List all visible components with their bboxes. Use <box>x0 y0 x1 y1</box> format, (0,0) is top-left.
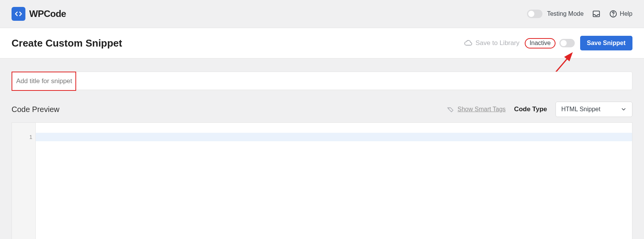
top-header-right: Testing Mode Help <box>527 10 632 18</box>
brand-name: WPCode <box>29 8 66 19</box>
code-slash-icon <box>14 10 23 18</box>
content-area: Add title for snippet Code Preview Show … <box>0 58 644 239</box>
active-line <box>36 133 632 141</box>
status-toggle[interactable] <box>559 39 575 47</box>
snippet-title-row: Add title for snippet <box>12 72 632 90</box>
testing-mode-toggle[interactable] <box>527 10 542 18</box>
preview-header: Code Preview Show Smart Tags Code Type H… <box>12 102 632 117</box>
code-editor[interactable]: 1 <box>12 122 632 239</box>
code-type-select[interactable]: HTML Snippet <box>556 102 632 117</box>
preview-header-right: Show Smart Tags Code Type HTML Snippet <box>447 102 632 117</box>
code-type-selected-value: HTML Snippet <box>561 106 601 113</box>
brand-logo-mark <box>12 7 25 21</box>
cloud-icon <box>464 39 472 47</box>
code-preview-heading: Code Preview <box>12 105 60 114</box>
editor-gutter: 1 <box>12 123 36 239</box>
title-placeholder-text: Add title for snippet <box>16 77 72 85</box>
save-to-library-label: Save to Library <box>475 39 519 47</box>
code-type-label: Code Type <box>514 105 547 113</box>
svg-point-5 <box>449 108 449 109</box>
top-header: WPCode Testing Mode Help <box>0 0 644 28</box>
tags-icon <box>447 105 454 113</box>
show-smart-tags-label: Show Smart Tags <box>457 106 506 113</box>
page-title: Create Custom Snippet <box>12 37 122 49</box>
testing-mode-group: Testing Mode <box>527 10 584 18</box>
snippet-title-input[interactable] <box>12 72 632 90</box>
help-label: Help <box>620 10 632 17</box>
inbox-button[interactable] <box>592 10 601 18</box>
brand-logo[interactable]: WPCode <box>12 7 66 21</box>
chevron-down-icon <box>621 106 627 112</box>
title-highlight-annotation: Add title for snippet <box>12 72 76 91</box>
testing-mode-label: Testing Mode <box>547 10 584 17</box>
editor-code-area[interactable] <box>36 123 632 239</box>
help-button[interactable]: Help <box>609 10 632 18</box>
inbox-icon <box>592 10 601 18</box>
show-smart-tags-button[interactable]: Show Smart Tags <box>447 105 506 113</box>
line-number: 1 <box>12 133 35 141</box>
svg-point-2 <box>613 15 614 16</box>
help-icon <box>609 10 617 18</box>
save-to-library-button[interactable]: Save to Library <box>464 39 519 47</box>
